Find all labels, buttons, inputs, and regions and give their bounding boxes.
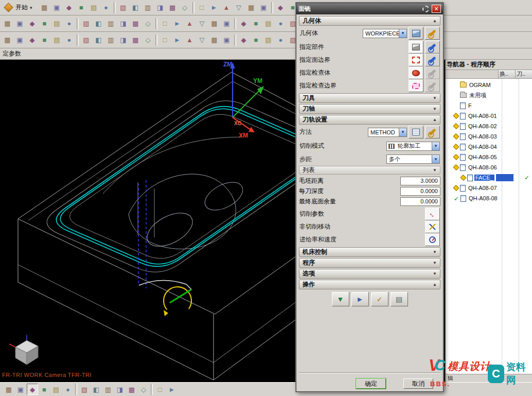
tree-item-qh-a08-02[interactable]: QH-A08-02 [446, 121, 532, 131]
row2-toolbar-icon-3[interactable]: ◆ [26, 18, 38, 29]
section-actions[interactable]: 操作 ▲ [299, 280, 440, 289]
row3-toolbar-icon-19[interactable]: ◆ [238, 34, 250, 46]
最终底面余量-input[interactable] [400, 197, 440, 206]
row2-toolbar-icon-4[interactable]: ■ [39, 18, 50, 29]
row3-toolbar-icon-15[interactable]: ▲ [184, 34, 196, 46]
replay-toolpath-button[interactable]: ► [351, 292, 369, 306]
row3-toolbar-icon-10[interactable]: ◨ [117, 34, 129, 46]
cancel-button[interactable]: 取消 [403, 378, 433, 389]
row3-toolbar-icon-5[interactable]: ▤ [51, 34, 63, 46]
row1-toolbar-icon-15[interactable]: ▲ [221, 2, 233, 13]
stepover-combo[interactable]: 多个 ▼ [386, 154, 440, 164]
row3-toolbar-icon-12[interactable]: ◇ [142, 34, 154, 46]
row2-toolbar-icon-17[interactable]: ▦ [208, 18, 220, 29]
bottom-toolbar-icon-12[interactable]: ◇ [138, 384, 149, 395]
tree-item-ogram[interactable]: OGRAM [446, 80, 532, 90]
bottom-toolbar-icon-6[interactable]: ● [62, 384, 74, 395]
row2-toolbar-icon-10[interactable]: ◨ [117, 18, 129, 29]
row3-toolbar-icon-6[interactable]: ● [63, 34, 75, 46]
cut-params-button[interactable]: ↔ [425, 208, 440, 220]
tree-item-qh-a08-08[interactable]: ✓QH-A08-08 [446, 193, 532, 203]
row2-toolbar-icon-20[interactable]: ■ [250, 18, 262, 29]
row3-toolbar-icon-4[interactable]: ■ [39, 34, 50, 46]
row3-toolbar-icon-17[interactable]: ▦ [208, 34, 220, 46]
row2-toolbar-icon-19[interactable]: ◆ [238, 18, 250, 29]
start-menu-button[interactable]: 开始 ▾ [2, 2, 36, 13]
combo-arrow-icon[interactable]: ▼ [399, 29, 406, 38]
row1-toolbar-icon-2[interactable]: ▣ [51, 2, 63, 13]
row3-toolbar-icon-8[interactable]: ◧ [93, 34, 104, 46]
check-boundary-button[interactable] [409, 79, 423, 92]
row1-toolbar-icon-16[interactable]: ▽ [233, 2, 245, 13]
cut-mode-combo[interactable]: 轮廓加工 ▼ [386, 142, 440, 151]
tree-item-qh-a08-04[interactable]: QH-A08-04 [446, 142, 532, 152]
tree-item-qh-a08-03[interactable]: QH-A08-03 [446, 131, 532, 142]
face-boundary-button[interactable] [409, 54, 423, 66]
row1-toolbar-icon-19[interactable]: ◆ [275, 2, 287, 13]
column-header-tool[interactable]: 刀.. [515, 70, 532, 78]
section-options[interactable]: 选项 ▼ [299, 269, 440, 279]
bottom-toolbar-icon-13[interactable]: □ [154, 384, 166, 395]
close-icon[interactable]: ✕ [432, 5, 441, 13]
row2-toolbar-icon-12[interactable]: ◇ [142, 18, 154, 29]
combo-arrow-icon[interactable]: ▼ [399, 128, 406, 136]
gear-icon[interactable] [422, 6, 429, 12]
edit-method-button[interactable] [425, 126, 440, 139]
row1-toolbar-icon-9[interactable]: ▥ [142, 2, 154, 13]
method-combo[interactable]: METHOD ▼ [368, 128, 407, 137]
row3-toolbar-icon-1[interactable]: ▦ [2, 34, 13, 46]
tree-item-face_[interactable]: FACE_✓ [446, 173, 532, 183]
row2-toolbar-icon-18[interactable]: ▣ [221, 18, 233, 29]
workpiece-button[interactable] [409, 27, 423, 40]
geometry-combo[interactable]: WORKPIECE ▼ [363, 29, 407, 38]
row3-toolbar-icon-18[interactable]: ▣ [221, 34, 233, 46]
row3-toolbar-icon-3[interactable]: ◆ [26, 34, 38, 46]
row1-toolbar-icon-18[interactable]: ▣ [258, 2, 270, 13]
tree-item-qh-a08-06[interactable]: QH-A08-06 [446, 162, 532, 173]
generate-toolpath-button[interactable]: ▼ [332, 292, 349, 306]
row3-toolbar-icon-20[interactable]: ■ [250, 34, 262, 46]
bottom-toolbar-icon-14[interactable]: ► [166, 384, 178, 395]
list-subsection[interactable]: 列表 ▼ [299, 166, 440, 175]
row3-toolbar-icon-16[interactable]: ▽ [196, 34, 208, 46]
row2-toolbar-icon-11[interactable]: ▩ [130, 18, 141, 29]
bottom-toolbar-icon-2[interactable]: ▣ [15, 384, 26, 395]
bottom-toolbar-icon-11[interactable]: ▩ [126, 384, 137, 395]
row3-toolbar-icon-7[interactable]: ▧ [80, 34, 92, 46]
row2-toolbar-icon-8[interactable]: ◧ [93, 18, 104, 29]
bottom-toolbar-icon-9[interactable]: ▥ [102, 384, 114, 395]
row2-toolbar-icon-6[interactable]: ● [63, 18, 75, 29]
row2-toolbar-icon-14[interactable]: ► [171, 18, 183, 29]
edit-part-body-button[interactable] [425, 41, 440, 54]
row1-toolbar-icon-10[interactable]: ◨ [154, 2, 166, 13]
column-header-toolchange[interactable]: 换.. [498, 70, 515, 78]
edit-check-boundary-button[interactable] [425, 79, 440, 92]
row1-toolbar-icon-6[interactable]: ● [100, 2, 112, 13]
row1-toolbar-icon-1[interactable]: ▦ [39, 2, 50, 13]
row2-toolbar-icon-5[interactable]: ▤ [51, 18, 63, 29]
row3-toolbar-icon-13[interactable]: □ [159, 34, 171, 46]
row1-toolbar-icon-14[interactable]: ► [208, 2, 220, 13]
dialog-titlebar[interactable]: 面铣 ✕ [296, 3, 443, 14]
tree-item-qh-a08-05[interactable]: QH-A08-05 [446, 152, 532, 162]
row2-toolbar-icon-22[interactable]: ● [275, 18, 287, 29]
row2-toolbar-icon-1[interactable]: ▦ [2, 18, 13, 29]
每刀深度-input[interactable] [400, 187, 440, 196]
row2-toolbar-icon-21[interactable]: ▤ [262, 18, 274, 29]
row1-toolbar-icon-7[interactable]: ▧ [117, 2, 129, 13]
edit-check-body-button[interactable] [425, 66, 440, 79]
row3-toolbar-icon-9[interactable]: ▥ [105, 34, 117, 46]
bottom-toolbar-icon-5[interactable]: ▤ [50, 384, 62, 395]
row1-toolbar-icon-13[interactable]: □ [196, 2, 208, 13]
bottom-toolbar-icon-8[interactable]: ◧ [91, 384, 102, 395]
combo-arrow-icon[interactable]: ▼ [432, 142, 439, 150]
row2-toolbar-icon-13[interactable]: □ [159, 18, 171, 29]
section-machine-control[interactable]: 机床控制 ▼ [299, 247, 440, 257]
row2-toolbar-icon-16[interactable]: ▽ [196, 18, 208, 29]
row1-toolbar-icon-4[interactable]: ■ [76, 2, 87, 13]
bottom-toolbar-icon-1[interactable]: ▦ [3, 384, 14, 395]
orient-cube[interactable] [9, 335, 38, 365]
section-tool-axis[interactable]: 刀轴 ▼ [299, 104, 440, 114]
row1-toolbar-icon-3[interactable]: ◆ [63, 2, 75, 13]
edit-face-boundary-button[interactable] [425, 54, 440, 66]
